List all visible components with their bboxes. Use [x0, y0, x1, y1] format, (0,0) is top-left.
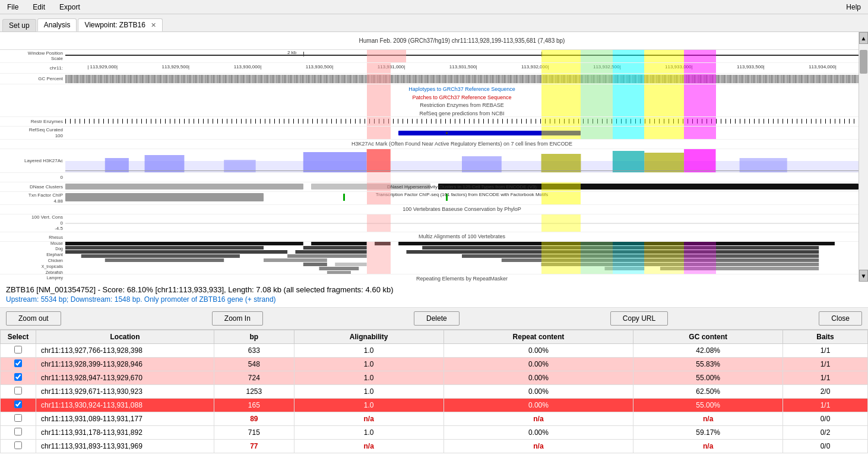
- row-bp: 77: [214, 440, 294, 453]
- svg-rect-10: [684, 149, 715, 172]
- col-select: Select: [1, 330, 36, 344]
- browser-scrollbar[interactable]: ▲ ▼: [859, 32, 868, 282]
- row-checkbox[interactable]: [14, 346, 22, 353]
- row-checkbox[interactable]: [14, 387, 22, 394]
- table-row: chr11:113,931,178-113,931,8927151.00.00%…: [1, 426, 868, 440]
- row-checkbox-cell[interactable]: [1, 399, 36, 412]
- svg-rect-21: [295, 250, 366, 254]
- copy-url-button[interactable]: Copy URL: [610, 311, 668, 326]
- svg-rect-18: [303, 246, 367, 250]
- info-bar: ZBTB16 [NM_001354752] - Score: 68.10% [c…: [0, 282, 868, 308]
- browser-main: Human Feb. 2009 (GRCh37/hg19) chr11:113,…: [0, 32, 859, 282]
- svg-rect-32: [319, 267, 359, 270]
- tab-analysis[interactable]: Analysis: [37, 18, 77, 31]
- svg-rect-13: [65, 242, 303, 245]
- row-baits: 1/1: [783, 358, 868, 371]
- tab-viewpoint-close[interactable]: ✕: [151, 21, 156, 29]
- row-location: chr11:113,929,671-113,930,923: [36, 385, 214, 399]
- col-location: Location: [36, 330, 214, 344]
- svg-rect-20: [65, 250, 287, 254]
- row-checkbox-cell[interactable]: [1, 385, 36, 399]
- track-txn: Txn Factor ChIP4.88 Transcription Factor…: [0, 192, 859, 205]
- main-content: File Edit Export Help Set up Analysis Vi…: [0, 0, 868, 464]
- svg-rect-24: [287, 254, 367, 258]
- svg-rect-30: [335, 263, 366, 266]
- row-gc-content: 55.00%: [633, 371, 783, 385]
- table-row: chr11:113,929,671-113,930,92312531.00.00…: [1, 385, 868, 399]
- track-zero: 0: [0, 173, 859, 182]
- track-multiz: RhesusMouseDogElephantChickenX_tropicali…: [0, 242, 859, 274]
- row-checkbox[interactable]: [14, 359, 22, 367]
- track-cons-label: 100 Vertebrates Baseuse Conservation by …: [0, 205, 859, 214]
- row-repeat-content: n/a: [443, 440, 633, 453]
- row-repeat-content: n/a: [443, 412, 633, 426]
- svg-rect-6: [462, 156, 502, 172]
- row-repeat-content: 0.00%: [443, 344, 633, 358]
- row-checkbox-cell[interactable]: [1, 344, 36, 358]
- svg-rect-2: [145, 155, 185, 172]
- row-checkbox[interactable]: [14, 373, 22, 381]
- row-bp: 633: [214, 344, 294, 358]
- table-row: chr11:113,928,399-113,928,9465481.00.00%…: [1, 358, 868, 371]
- menu-export[interactable]: Export: [57, 2, 83, 12]
- row-alignability: 1.0: [294, 399, 443, 412]
- track-h3k27-label: H3K27Ac Mark (Often Found Near Active Re…: [0, 140, 859, 149]
- row-bp: 548: [214, 358, 294, 371]
- svg-rect-7: [541, 154, 581, 172]
- row-checkbox-cell[interactable]: [1, 412, 36, 426]
- track-cons: 100 Vert. Cons0-4.5: [0, 214, 859, 232]
- row-gc-content: 55.00%: [633, 399, 783, 412]
- row-repeat-content: 0.00%: [443, 371, 633, 385]
- track-scale: Window PositionScale 2 kb: [0, 50, 859, 63]
- menu-file[interactable]: File: [5, 2, 21, 12]
- track-repeat-label: Repeating Elements by RepeatMasker: [0, 274, 859, 282]
- row-repeat-content: 0.00%: [443, 358, 633, 371]
- row-location: chr11:113,931,893-113,931,969: [36, 440, 214, 453]
- tab-setup[interactable]: Set up: [2, 19, 36, 31]
- row-checkbox[interactable]: [14, 428, 22, 435]
- row-checkbox-cell[interactable]: [1, 358, 36, 371]
- close-button[interactable]: Close: [819, 311, 862, 326]
- delete-button[interactable]: Delete: [414, 311, 460, 326]
- table-row: chr11:113,928,947-113,929,6707241.00.00%…: [1, 371, 868, 385]
- svg-rect-5: [367, 149, 391, 172]
- menu-bar-left: File Edit Export: [5, 2, 83, 12]
- row-baits: 0/2: [783, 426, 868, 440]
- row-checkbox[interactable]: [14, 400, 22, 408]
- row-bp: 1253: [214, 385, 294, 399]
- svg-rect-17: [65, 246, 264, 250]
- table-row: chr11:113,930,924-113,931,0881651.00.00%…: [1, 399, 868, 412]
- tab-viewpoint[interactable]: Viewpoint: ZBTB16 ✕: [78, 18, 163, 31]
- row-alignability: 1.0: [294, 344, 443, 358]
- row-baits: 1/1: [783, 344, 868, 358]
- row-checkbox[interactable]: [14, 441, 22, 449]
- row-checkbox-cell[interactable]: [1, 371, 36, 385]
- row-checkbox[interactable]: [14, 414, 22, 422]
- tab-bar: Set up Analysis Viewpoint: ZBTB16 ✕: [0, 14, 868, 32]
- row-location: chr11:113,931,089-113,931,177: [36, 412, 214, 426]
- browser-area: Human Feb. 2009 (GRCh37/hg19) chr11:113,…: [0, 32, 868, 282]
- row-alignability: n/a: [294, 440, 443, 453]
- svg-rect-26: [105, 258, 224, 262]
- row-baits: 1/1: [783, 399, 868, 412]
- row-location: chr11:113,930,924-113,931,088: [36, 399, 214, 412]
- zoom-in-button[interactable]: Zoom In: [212, 311, 263, 326]
- row-alignability: 1.0: [294, 358, 443, 371]
- row-bp: 89: [214, 412, 294, 426]
- svg-rect-14: [311, 242, 367, 245]
- row-checkbox-cell[interactable]: [1, 426, 36, 440]
- row-repeat-content: 0.00%: [443, 399, 633, 412]
- row-bp: 724: [214, 371, 294, 385]
- zoom-out-button[interactable]: Zoom out: [6, 311, 61, 326]
- svg-rect-4: [303, 152, 367, 172]
- row-checkbox-cell[interactable]: [1, 440, 36, 453]
- col-bp: bp: [214, 330, 294, 344]
- gene-info-line2: Upstream: 5534 bp; Downstream: 1548 bp. …: [6, 295, 862, 304]
- row-gc-content: 62.50%: [633, 385, 783, 399]
- row-alignability: 1.0: [294, 385, 443, 399]
- row-gc-content: n/a: [633, 412, 783, 426]
- menu-help[interactable]: Help: [844, 2, 863, 12]
- menu-edit[interactable]: Edit: [30, 2, 47, 12]
- track-chr: chr11: | 113,929,000| 113,929,500| 113,9…: [0, 63, 859, 74]
- row-gc-content: n/a: [633, 440, 783, 453]
